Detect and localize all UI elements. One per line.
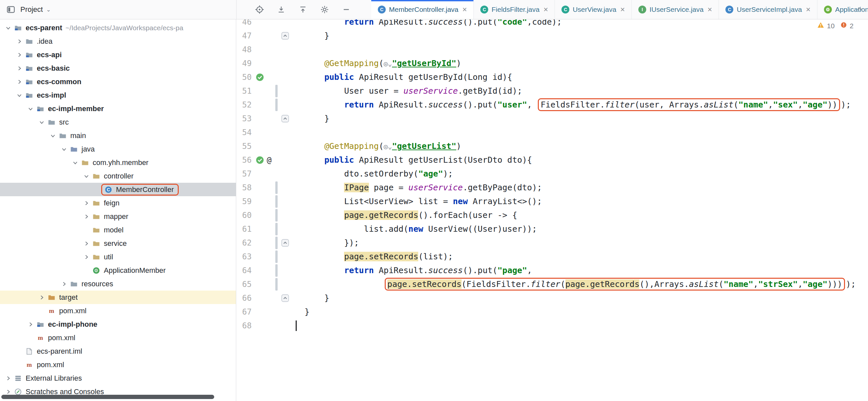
chevron-right-icon[interactable] — [14, 65, 24, 72]
close-icon[interactable]: × — [707, 6, 712, 13]
code-line-68[interactable]: 68 — [237, 319, 868, 333]
code-line-57[interactable]: 57 dto.setOrderby("age"); — [237, 167, 868, 181]
code-text[interactable]: page.setRecords(FieldsFilter.filter(page… — [305, 277, 856, 291]
code-text[interactable]: User user = userService.getById(id); — [305, 84, 522, 98]
project-tree[interactable]: ecs-parent~/IdeaProjects/JavaWorkspace/e… — [0, 19, 236, 401]
tab-userserviceimpl-java[interactable]: CUserServiceImpl.java× — [719, 0, 817, 19]
tab-userview-java[interactable]: CUserView.java× — [555, 0, 632, 19]
code-line-54[interactable]: 54 — [237, 126, 868, 140]
chevron-right-icon[interactable] — [14, 52, 24, 58]
chevron-right-icon[interactable] — [14, 79, 24, 85]
collapse-all-icon[interactable] — [298, 4, 308, 15]
fold-gutter-icon[interactable] — [281, 32, 289, 40]
tree-item-com-yhh-member[interactable]: com.yhh.member — [0, 156, 236, 169]
tree-item-src[interactable]: src — [0, 115, 236, 129]
tree-item-java[interactable]: java — [0, 142, 236, 156]
tree-item-applicationmember[interactable]: ⚙ApplicationMember — [0, 264, 236, 277]
tree-item-feign[interactable]: feign — [0, 196, 236, 210]
code-line-56[interactable]: 56@ public ApiResult getUserList(UserDto… — [237, 153, 868, 167]
tool-window-icon[interactable] — [5, 4, 17, 15]
code-text[interactable]: } — [305, 112, 329, 126]
project-panel-title[interactable]: Project — [20, 5, 43, 14]
chevron-down-icon[interactable] — [48, 132, 58, 139]
fold-gutter-icon[interactable] — [281, 239, 289, 247]
code-text[interactable]: List<UserView> list = new ArrayList<>(); — [305, 194, 542, 208]
tree-item-ec-impl-member[interactable]: ec-impl-member — [0, 102, 236, 115]
code-line-62[interactable]: 62 }); — [237, 236, 868, 250]
settings-icon[interactable] — [319, 4, 330, 15]
code-text[interactable]: } — [305, 29, 329, 43]
code-text[interactable]: } — [305, 305, 309, 319]
chevron-down-icon[interactable] — [26, 105, 35, 112]
tree-item-ecs-api[interactable]: ecs-api — [0, 48, 236, 61]
spring-mapping-gutter-icon[interactable] — [256, 73, 264, 82]
tree-item-target[interactable]: target — [0, 290, 236, 304]
close-icon[interactable]: × — [620, 6, 625, 13]
tree-item-ecs-impl[interactable]: ecs-impl — [0, 88, 236, 102]
spring-mapping-gutter-icon[interactable] — [256, 156, 264, 164]
hide-icon[interactable] — [341, 4, 351, 15]
locate-icon[interactable] — [254, 4, 265, 15]
tree-item-external-libraries[interactable]: External Libraries — [0, 371, 236, 385]
tree-item-membercontroller[interactable]: CMemberController — [0, 183, 236, 196]
code-line-58[interactable]: 58 IPage page = userService.getByPage(dt… — [237, 181, 868, 194]
tree-item-pom-xml[interactable]: mpom.xml — [0, 331, 236, 344]
code-line-53[interactable]: 53 } — [237, 112, 868, 126]
code-text[interactable]: dto.setOrderby("age"); — [305, 167, 453, 181]
tree-item-util[interactable]: util — [0, 250, 236, 264]
tab-membercontroller-java[interactable]: CMemberController.java× — [371, 0, 474, 19]
chevron-right-icon[interactable] — [59, 281, 69, 287]
chevron-right-icon[interactable] — [37, 294, 46, 301]
code-line-49[interactable]: 49 @GetMapping(◎⌄"getUserById") — [237, 57, 868, 70]
chevron-down-icon[interactable] — [82, 173, 91, 180]
fold-gutter-icon[interactable] — [281, 115, 289, 123]
code-text[interactable]: page.setRecords(list); — [305, 250, 453, 264]
chevron-down-icon[interactable] — [70, 159, 80, 166]
chevron-down-icon[interactable]: ⌄ — [46, 6, 51, 13]
code-text[interactable]: }); — [305, 236, 359, 250]
chevron-right-icon[interactable] — [82, 213, 91, 220]
chevron-right-icon[interactable] — [26, 321, 35, 328]
expand-all-icon[interactable] — [276, 4, 286, 15]
tree-item-pom-xml[interactable]: mpom.xml — [0, 358, 236, 371]
chevron-right-icon[interactable] — [14, 38, 24, 45]
code-line-51[interactable]: 51 User user = userService.getById(id); — [237, 84, 868, 98]
code-line-59[interactable]: 59 List<UserView> list = new ArrayList<>… — [237, 194, 868, 208]
code-line-61[interactable]: 61 list.add(new UserView((User)user)); — [237, 222, 868, 236]
chevron-right-icon[interactable] — [82, 254, 91, 260]
code-line-63[interactable]: 63 page.setRecords(list); — [237, 250, 868, 264]
tree-item-ecs-parent-iml[interactable]: ecs-parent.iml — [0, 344, 236, 358]
code-text[interactable]: return ApiResult.success().put("page", — [305, 264, 532, 277]
code-text[interactable]: IPage page = userService.getByPage(dto); — [305, 181, 542, 194]
code-line-48[interactable]: 48 — [237, 43, 868, 57]
tree-item-pom-xml[interactable]: mpom.xml — [0, 304, 236, 317]
chevron-down-icon[interactable] — [14, 92, 24, 99]
code-line-64[interactable]: 64 return ApiResult.success().put("page"… — [237, 264, 868, 277]
fold-gutter-icon[interactable] — [281, 294, 289, 302]
code-text[interactable]: @GetMapping(◎⌄"getUserList") — [305, 140, 461, 154]
tree-item-ecs-parent[interactable]: ecs-parent~/IdeaProjects/JavaWorkspace/e… — [0, 21, 236, 34]
editor-pane[interactable]: 46 return ApiResult.success().put("code"… — [237, 0, 868, 401]
tree-item-service[interactable]: service — [0, 237, 236, 250]
horizontal-scrollbar[interactable] — [1, 395, 214, 399]
chevron-right-icon[interactable] — [82, 240, 91, 247]
tree-item-ecs-basic[interactable]: ecs-basic — [0, 61, 236, 75]
code-line-55[interactable]: 55 @GetMapping(◎⌄"getUserList") — [237, 140, 868, 153]
code-line-67[interactable]: 67} — [237, 305, 868, 319]
chevron-down-icon[interactable] — [3, 25, 13, 31]
tree-item-ec-impl-phone[interactable]: ec-impl-phone — [0, 317, 236, 331]
tab-fieldsfilter-java[interactable]: CFieldsFilter.java× — [474, 0, 555, 19]
chevron-down-icon[interactable] — [59, 146, 69, 153]
tree-item-idea[interactable]: .idea — [0, 34, 236, 48]
close-icon[interactable]: × — [544, 6, 548, 13]
chevron-right-icon[interactable] — [3, 375, 13, 381]
code-line-66[interactable]: 66 } — [237, 291, 868, 305]
chevron-up-icon[interactable] — [856, 5, 864, 14]
code-text[interactable]: @GetMapping(◎⌄"getUserById") — [305, 57, 461, 71]
code-text[interactable]: return ApiResult.success().put("user", F… — [305, 98, 851, 112]
tree-item-controller[interactable]: controller — [0, 169, 236, 183]
code-line-52[interactable]: 52 return ApiResult.success().put("user"… — [237, 98, 868, 112]
code-line-65[interactable]: 65 page.setRecords(FieldsFilter.filter(p… — [237, 277, 868, 291]
chevron-right-icon[interactable] — [82, 200, 91, 207]
tree-item-resources[interactable]: resources — [0, 277, 236, 290]
